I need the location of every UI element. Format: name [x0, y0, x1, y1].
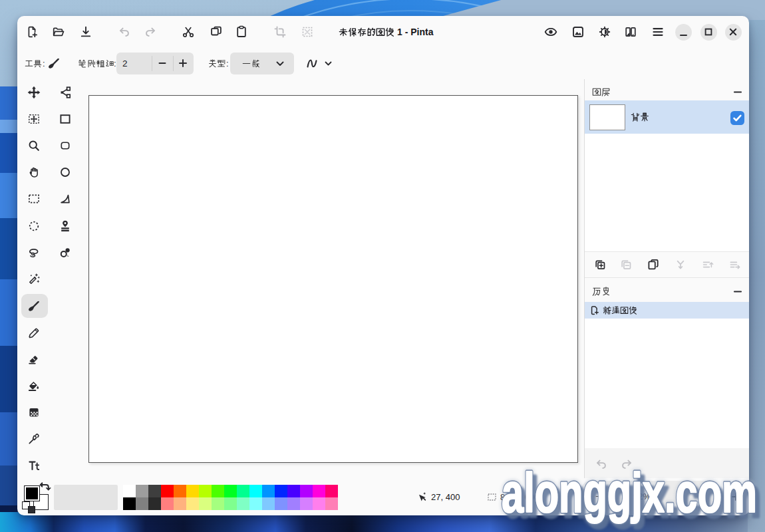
svg-text:alonggjx.com: alonggjx.com [502, 462, 757, 524]
